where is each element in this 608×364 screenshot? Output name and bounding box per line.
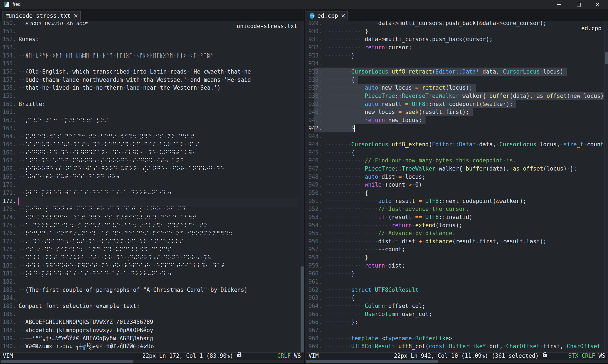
line-text: ················dist·=·dist·+·distance(r… [324, 237, 547, 245]
code-line[interactable]: 943. [306, 132, 608, 140]
code-line[interactable]: 951.················auto·result·=·UTF8::… [306, 197, 608, 205]
code-line[interactable]: 166.··⠎⠊⠛⠝⠫·⠃⠹·⠹⠑·⠊⠇⠻⠛⠹⠍⠁⠝⠂·⠹⠑·⠊⠇⠻⠅⠂·⠹⠑·… [0, 148, 304, 157]
editor-pane-right[interactable]: 929.················data->multi_cursors.… [306, 21, 608, 352]
vertical-scrollbar[interactable] [604, 21, 608, 352]
code-line[interactable]: 183.··(The·first·couple·of·paragraphs·of… [0, 286, 304, 294]
code-line[interactable]: 963.········{ [306, 294, 608, 302]
code-line[interactable]: 957.················--count; [306, 245, 608, 253]
code-line[interactable]: 969.········UTF8ColResult·utf8_col(const… [306, 342, 608, 350]
code-line[interactable]: 955.················//·Advance·by·distan… [306, 229, 608, 237]
tab-unicode-stress[interactable]: unicode-stress.txt × [2, 11, 81, 20]
code-line[interactable]: 184. [0, 294, 304, 302]
code-line[interactable]: 933.········} [306, 51, 608, 60]
code-line[interactable]: 169.··⠡⠕⠎⠑·⠞⠕·⠏⠥⠞·⠙⠊⠎·⠙⠁⠝⠙·⠞⠕⠲ [0, 173, 304, 181]
code-line[interactable]: 930.············} [306, 27, 608, 35]
code-line[interactable]: 167.··⠁⠝⠙·⠹⠑·⠡⠊⠑⠋·⠍⠳⠗⠝⠻⠲·⡎⠊⠗⠕⠕⠛⠑·⠎⠊⠛⠝⠫·⠊… [0, 156, 304, 165]
code-line[interactable]: 950.············{ [306, 189, 608, 197]
code-line[interactable]: 173.··⡍⠔⠙⠖·⡊·⠙⠕⠝⠰⠞·⠍⠑⠁⠝·⠞⠕·⠎⠁⠹·⠹⠁⠞·⡊·⠅⠝⠪… [0, 205, 304, 213]
code-line[interactable]: 159. [0, 92, 304, 100]
code-line[interactable]: 179.··⠩⠁⠇⠇·⠝⠕⠞·⠙⠊⠌⠥⠗⠃·⠊⠞⠂·⠕⠗·⠹⠑·⡊⠳⠝⠞⠗⠹⠰⠎… [0, 253, 304, 262]
code-line[interactable]: 954.····················return·extend(lo… [306, 221, 608, 229]
code-line[interactable]: 152.Runes: [0, 35, 304, 43]
code-line[interactable]: 174.··⠪⠝·⠅⠝⠪⠇⠫⠛⠑⠂·⠱⠁⠞·⠹⠻⠑·⠊⠎·⠏⠜⠞⠊⠊⠥⠇⠜⠇⠹·… [0, 213, 304, 221]
code-line[interactable]: 949.············while·(count·>·0) [306, 181, 608, 189]
code-line[interactable]: 170. [0, 181, 304, 189]
code-line[interactable]: 940.············new_locus·=·seek(result.… [306, 108, 608, 116]
code-line[interactable]: 938.············PieceTree::ReverseTreeWa… [306, 92, 608, 100]
code-line[interactable]: 182. [0, 278, 304, 286]
code-line[interactable]: 164.··⡍⠜⠇⠑⠹·⠺⠁⠎·⠙⠑⠁⠙⠒·⠞⠕·⠃⠑⠛⠔·⠺⠊⠹⠲·⡹⠻⠑·⠊… [0, 132, 304, 140]
code-line[interactable]: 175.··⠁·⠙⠕⠕⠗⠤⠝⠁⠊⠇⠲·⡊·⠍⠊⠣⠞·⠙⠁⠧⠑·⠃⠑⠲·⠔⠊⠇⠔⠫… [0, 221, 304, 229]
code-line[interactable]: 941.············return·new_locus; [306, 116, 608, 124]
vertical-scrollbar-thumb[interactable] [301, 266, 304, 352]
code-line[interactable]: 157.··bude·thaem·lande·northweardum·with… [0, 76, 304, 84]
code-line[interactable]: 967. [306, 326, 608, 334]
tab-close-icon[interactable]: × [73, 13, 78, 19]
code-line[interactable]: 948.············auto·dist·=·locus; [306, 173, 608, 181]
code-line[interactable]: 946.············//·Find·out·how·many·byt… [306, 156, 608, 165]
editor-pane-left[interactable]: 150.··እግርህን·በፍራሽህ·ልክ·ዘርጋ።151.152.Runes:1… [0, 21, 304, 352]
code-line[interactable]: 956.················dist·=·dist·+·distan… [306, 237, 608, 245]
code-line[interactable]: 158.··that·he·lived·in·the·northern·land… [0, 84, 304, 92]
code-line[interactable]: 171.··⡕⠇⠙·⡍⠜⠇⠑⠹·⠺⠁⠎·⠁⠎·⠙⠑⠁⠙·⠁⠎·⠁·⠙⠕⠕⠗⠤⠝⠁… [0, 189, 304, 197]
horizontal-scrollbar-thumb[interactable] [1, 360, 133, 363]
code-line[interactable]: 929.················data->multi_cursors.… [306, 21, 608, 27]
vertical-scrollbar[interactable] [300, 21, 304, 352]
minimize-button[interactable] [550, 0, 567, 9]
code-line[interactable]: 952.················//·Just·advance·the·… [306, 205, 608, 213]
code-line[interactable]: 156.··(Old·English,·which·transcribed·in… [0, 68, 304, 76]
code-line[interactable]: 172. [0, 197, 304, 205]
code-line[interactable]: 154.··ᚻᛖ·ᚳᚹᚫᚦ·ᚦᚫᛏ·ᚻᛖ·ᛒᚢᛞᛖ·ᚩᚾ·ᚦᚫᛗ·ᛚᚪᚾᛞᛖ·ᚾ… [0, 51, 304, 60]
code-line[interactable]: 953.················if·(result·==·UTF8::… [306, 213, 608, 221]
code-line[interactable]: 160.Braille: [0, 100, 304, 108]
code-line[interactable]: 942.········} [306, 124, 608, 132]
code-line[interactable]: 935.········CursorLocus·utf8_retract(Edi… [306, 68, 608, 76]
code-line[interactable]: 153. [0, 43, 304, 51]
code-line[interactable]: 937.············auto·new_locus·=·retract… [306, 84, 608, 92]
code-line[interactable]: 936.········{ [306, 76, 608, 84]
code-line[interactable]: 162.··⡌⠁⠧⠑·⠼⠁⠒··⡍⠜⠇⠑⠹⠰⠎·⡣⠕⠌ [0, 116, 304, 124]
code-line[interactable]: 964.············Column·offset_col; [306, 302, 608, 310]
code-line[interactable]: 962.········struct·UTF8ColResult [306, 286, 608, 294]
code-line[interactable]: 168.··⡎⠊⠗⠕⠕⠛⠑⠰⠎·⠝⠁⠍⠑·⠺⠁⠎·⠛⠕⠕⠙·⠥⠏⠕⠝·⠰⡡⠁⠝⠛… [0, 165, 304, 173]
code-line[interactable]: 959.············return·dist; [306, 262, 608, 270]
code-line[interactable]: 934. [306, 59, 608, 68]
code-line[interactable]: 165.··⠱⠁⠞⠑⠧⠻·⠁⠃⠳⠞·⠹⠁⠞⠲·⡹⠑·⠗⠑⠛⠊⠌⠻·⠕⠋·⠙⠊⠎·… [0, 140, 304, 148]
code-line[interactable]: 965.············UserColumn·user_col; [306, 310, 608, 318]
code-line[interactable]: 966.········}; [306, 318, 608, 326]
code-line[interactable]: 958.············} [306, 253, 608, 262]
pane-divider[interactable] [304, 9, 306, 364]
code-line[interactable]: 186. [0, 310, 304, 318]
code-line[interactable]: 163. [0, 124, 304, 132]
code-line[interactable]: 947.············PieceTree::TreeWalker·wa… [306, 165, 608, 173]
code-line[interactable]: 945.········{ [306, 148, 608, 157]
code-line[interactable]: 190.··∀∂∈ℝ∧∪≡∞·↑↗↨↻⇣·┐┼╔╘░►☺♀·ﬁ�⑀₂ἠḂӤẄ℮:… [0, 342, 304, 350]
code-line[interactable]: 944.········CursorLocus·utf8_extend(Edit… [306, 140, 608, 148]
code-line[interactable]: 161. [0, 108, 304, 116]
close-button[interactable]: × [590, 0, 607, 9]
code-line[interactable]: 961. [306, 278, 608, 286]
code-line[interactable]: 931.············data->multi_cursors.push… [306, 35, 608, 43]
tab-ed-cpp[interactable]: ++ ed.cpp × [306, 11, 348, 20]
maximize-button[interactable] [570, 0, 587, 9]
code-line[interactable]: 178.··⠊⠎·⠔·⠹⠑·⠎⠊⠍⠊⠇⠑⠆·⠁⠝⠙·⠍⠹·⠥⠝⠙⠁⠇⠇⠪⠫·⠙⠁… [0, 245, 304, 253]
code-line[interactable]: 188.··abcdefghijklmnopqrstuvwxyz·£©µÀÆÖÞ… [0, 326, 304, 334]
code-line[interactable]: 189.··–—‘“”„†•…‰™œŠŸž€·ΑΒΓΔΩαβγδω·АБВГДа… [0, 334, 304, 342]
horizontal-scrollbar[interactable] [0, 359, 304, 363]
code-line[interactable]: 187.··ABCDEFGHIJKLMNOPQRSTUVWXYZ·/012345… [0, 318, 304, 326]
code-line[interactable]: 939.············auto·result·=·UTF8::next… [306, 100, 608, 108]
code-line[interactable]: 180.··⠺⠊⠇⠇·⠹⠻⠑⠋⠕⠗⠑·⠏⠻⠍⠊⠞·⠍⠑·⠞⠕·⠗⠑⠏⠑⠁⠞⠂·⠑… [0, 262, 304, 270]
vertical-scrollbar-thumb[interactable] [605, 52, 608, 64]
code-line[interactable]: 176.··⠗⠑⠛⠜⠙·⠁·⠊⠕⠋⠋⠔⠤⠝⠁⠊⠇·⠁⠎·⠹⠑·⠙⠑⠁⠙⠑⠌·⠏⠊… [0, 229, 304, 237]
code-line[interactable]: 932.············return·cursor; [306, 43, 608, 51]
code-line[interactable]: 960.········} [306, 269, 608, 278]
tab-close-icon[interactable]: × [341, 13, 346, 19]
code-line[interactable]: 181.··⡕⠇⠙·⡍⠜⠇⠑⠹·⠺⠁⠎·⠁⠎·⠙⠑⠁⠙·⠁⠎·⠁·⠙⠕⠕⠗⠤⠝⠁… [0, 269, 304, 278]
horizontal-scrollbar[interactable] [306, 359, 608, 363]
code-line[interactable]: 177.··⠔·⠹⠑·⠞⠗⠁⠙⠑⠲·⡃⠥⠞·⠹⠑·⠺⠊⠎⠙⠕⠍·⠕⠋·⠳⠗·⠁⠝… [0, 237, 304, 245]
line-number: 956. [306, 237, 322, 245]
horizontal-scrollbar-thumb[interactable] [306, 360, 438, 363]
code-line[interactable]: 155. [0, 59, 304, 68]
code-line[interactable]: 968.········template·<typename·BufferLik… [306, 334, 608, 342]
code-line[interactable]: 185.Compact·font·selection·example·text: [0, 302, 304, 310]
